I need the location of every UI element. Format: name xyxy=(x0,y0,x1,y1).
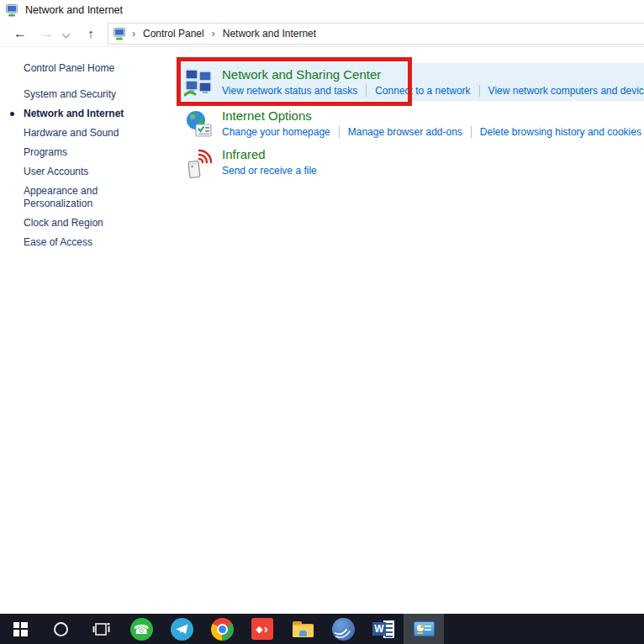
infrared-title[interactable]: Infrared xyxy=(222,147,317,162)
anydesk-button[interactable]: ◆› xyxy=(242,614,282,644)
anydesk-icon: ◆› xyxy=(251,618,273,640)
whatsapp-button[interactable]: ☎ xyxy=(121,614,161,644)
up-button[interactable]: ↑ xyxy=(81,27,101,40)
network-sharing-center-icon xyxy=(183,69,215,98)
sidebar-item-hardware-and-sound[interactable]: Hardware and Sound xyxy=(0,127,139,140)
breadcrumb-control-panel[interactable]: Control Panel xyxy=(141,28,206,40)
sidebar-item-user-accounts[interactable]: User Accounts xyxy=(0,166,139,178)
word-button[interactable]: W xyxy=(363,614,404,644)
sidebar-item-ease-of-access[interactable]: Ease of Access xyxy=(0,236,139,249)
chrome-icon xyxy=(211,618,234,641)
cortana-button[interactable] xyxy=(40,614,81,644)
window-title: Network and Internet xyxy=(25,4,123,16)
section-infrared[interactable]: Infrared Send or receive a file xyxy=(178,143,644,178)
internet-options-title[interactable]: Internet Options xyxy=(222,108,641,124)
sidebar-item-appearance-and-personalization[interactable]: Appearance and Personalization xyxy=(0,185,139,210)
active-bullet xyxy=(10,112,14,116)
task-view-button[interactable] xyxy=(81,614,121,644)
control-panel-taskbar-button[interactable] xyxy=(404,614,444,644)
control-panel-icon xyxy=(414,621,435,636)
breadcrumb-current[interactable]: Network and Internet xyxy=(221,28,318,40)
section-network-and-sharing-center[interactable]: Network and Sharing Center View network … xyxy=(178,63,644,101)
telegram-button[interactable] xyxy=(161,614,202,644)
telegram-icon xyxy=(171,618,193,641)
link-change-your-homepage[interactable]: Change your homepage xyxy=(222,126,330,138)
navigation-bar: ← → ↑ › Control Panel › Network and Inte… xyxy=(0,20,644,47)
network-and-sharing-center-title[interactable]: Network and Sharing Center xyxy=(222,67,644,82)
section-internet-options[interactable]: Internet Options Change your homepageMan… xyxy=(178,104,644,140)
winbox-icon xyxy=(332,618,355,641)
sidebar-item-network-and-internet[interactable]: Network and Internet xyxy=(0,108,139,120)
link-send-or-receive-a-file[interactable]: Send or receive a file xyxy=(222,165,317,177)
winbox-button[interactable] xyxy=(323,614,363,644)
address-bar[interactable]: › Control Panel › Network and Internet xyxy=(108,23,644,45)
recent-pages-dropdown-icon[interactable] xyxy=(61,28,72,40)
window-titlebar: Network and Internet xyxy=(0,0,644,20)
link-view-network-status-and-tasks[interactable]: View network status and tasks xyxy=(222,85,357,97)
sidebar-item-system-and-security[interactable]: System and Security xyxy=(0,88,139,101)
forward-button[interactable]: → xyxy=(37,27,57,40)
infrared-icon xyxy=(183,149,215,179)
back-button[interactable]: ← xyxy=(10,27,30,40)
cortana-circle-icon xyxy=(54,622,68,636)
breadcrumb-separator-icon: › xyxy=(126,28,141,40)
chrome-button[interactable] xyxy=(202,614,242,644)
link-connect-to-a-network[interactable]: Connect to a network xyxy=(366,85,470,97)
breadcrumb-network-icon xyxy=(113,27,126,40)
link-manage-browser-add-ons[interactable]: Manage browser add-ons xyxy=(339,126,462,138)
word-icon: W xyxy=(372,620,394,638)
taskbar: ☎ ◆› W xyxy=(0,614,644,644)
sidebar-item-programs[interactable]: Programs xyxy=(0,146,139,159)
start-button[interactable] xyxy=(0,614,40,644)
content-area: Control Panel Home System and Security N… xyxy=(0,47,644,614)
internet-options-icon xyxy=(183,110,215,139)
breadcrumb-separator-icon: › xyxy=(206,28,221,40)
sidebar-control-panel-home[interactable]: Control Panel Home xyxy=(0,62,178,74)
main-panel: Network and Sharing Center View network … xyxy=(178,47,644,614)
file-explorer-icon xyxy=(293,621,314,637)
link-view-network-computers-and-devices[interactable]: View network computers and devices xyxy=(479,85,644,97)
network-and-internet-icon xyxy=(5,3,18,17)
file-explorer-button[interactable] xyxy=(282,614,323,644)
link-delete-browsing-history-and-cookies[interactable]: Delete browsing history and cookies xyxy=(471,126,641,138)
whatsapp-icon: ☎ xyxy=(130,618,153,641)
windows-logo-icon xyxy=(13,622,28,636)
sidebar: Control Panel Home System and Security N… xyxy=(0,47,178,614)
sidebar-item-clock-and-region[interactable]: Clock and Region xyxy=(0,217,139,230)
task-view-icon xyxy=(92,622,110,636)
